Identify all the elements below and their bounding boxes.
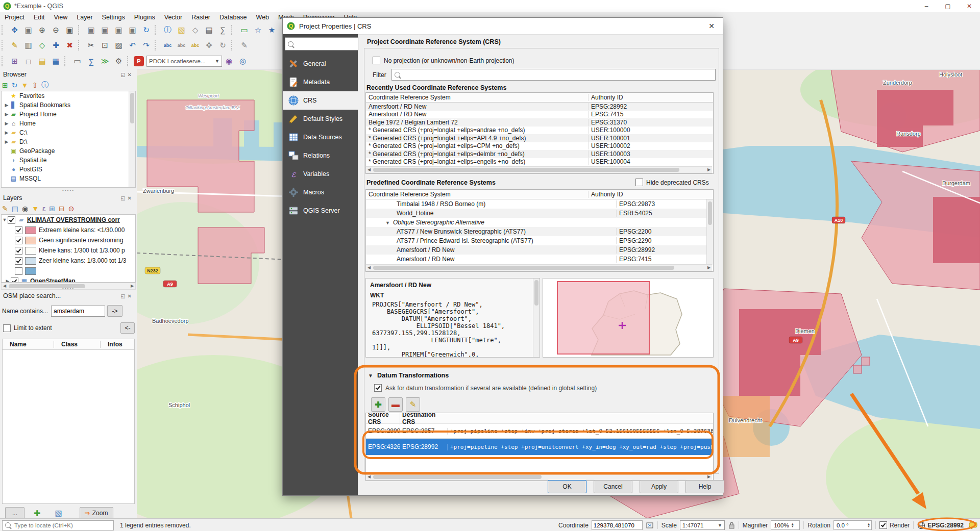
browser-item-d[interactable]: ▶▰D:\	[2, 137, 135, 146]
status-crs-value[interactable]: EPSG:28992	[927, 522, 964, 529]
layer-item-row[interactable]	[2, 266, 135, 276]
browser-item-mssql[interactable]: ▤MSSQL	[2, 174, 135, 183]
save-edits-icon[interactable]: ▥	[22, 39, 35, 52]
transformation-row[interactable]: EPSG:28992EPSG:3857+proj=pipeline +step …	[366, 424, 713, 439]
expand-arrow-icon[interactable]: ▶	[4, 103, 10, 108]
magnifier-spinbox[interactable]: 100% ▲▼	[771, 520, 800, 530]
menu-raster[interactable]: Raster	[187, 14, 215, 21]
browser-item-geopackage[interactable]: ▣GeoPackage	[2, 146, 135, 156]
open-project-icon[interactable]: ▤	[36, 55, 48, 68]
locator-search[interactable]	[2, 520, 114, 530]
zoom-next-icon[interactable]: ▣	[126, 23, 139, 36]
name-contains-input[interactable]	[51, 306, 105, 317]
crs-row[interactable]: Amersfoort / RD NewEPSG:7415	[366, 255, 713, 264]
expand-arrow-icon[interactable]: ▶	[5, 279, 11, 283]
lock-icon[interactable]	[728, 521, 735, 529]
sidebar-search-input[interactable]	[285, 37, 358, 50]
refresh-icon[interactable]: ↻	[12, 81, 18, 89]
sidebar-item-default-styles[interactable]: Default Styles	[283, 110, 358, 128]
cancel-button[interactable]: Cancel	[594, 480, 632, 493]
layer-row-openstreetmap[interactable]: ▶▦OpenStreetMap	[2, 276, 135, 283]
rotate-label-icon[interactable]: ↻	[216, 39, 229, 52]
crs-row[interactable]: ATS77 / Prince Edward Isl. Stereographic…	[366, 236, 713, 245]
menu-database[interactable]: Database	[215, 14, 252, 21]
extents-icon[interactable]	[646, 521, 654, 529]
float-panel-icon[interactable]: ◱	[120, 72, 127, 78]
toolbar-grip[interactable]	[78, 40, 83, 50]
crs-row[interactable]: * Generated CRS (+proj=longlat +ellps=en…	[366, 158, 713, 166]
sidebar-item-metadata[interactable]: Metadata	[283, 73, 358, 91]
column-header-authority[interactable]: Authority ID	[588, 191, 713, 198]
back-button[interactable]: <-	[120, 322, 135, 334]
menu-settings[interactable]: Settings	[97, 14, 130, 21]
layer-visibility-checkbox[interactable]	[15, 237, 22, 244]
layer-styling-icon[interactable]: ✎	[2, 205, 8, 213]
column-header-infos[interactable]: Infos	[101, 341, 135, 348]
browser-item-spatialite[interactable]: ◗SpatiaLite	[2, 156, 135, 165]
paste-features-icon[interactable]: ▨	[112, 39, 125, 52]
zoom-button[interactable]: ⇒Zoom	[80, 507, 113, 519]
apply-button[interactable]: Apply	[640, 480, 678, 493]
toolbar-grip[interactable]	[155, 25, 159, 35]
column-header-class[interactable]: Class	[54, 341, 101, 348]
close-panel-icon[interactable]: ✕	[128, 293, 134, 299]
zoom-last-icon[interactable]: ▣	[112, 23, 125, 36]
toolbar-grip[interactable]	[64, 56, 69, 66]
limit-to-extent-checkbox[interactable]	[3, 324, 11, 332]
locator-input[interactable]	[13, 522, 102, 529]
menu-edit[interactable]: Edit	[29, 14, 50, 21]
field-calculator-icon[interactable]: ∑	[216, 23, 229, 36]
zoom-in-icon[interactable]: ⊕	[36, 23, 48, 36]
browser-scrollbar[interactable]	[129, 91, 135, 187]
collapse-arrow-icon[interactable]: ▼	[2, 217, 8, 222]
menu-web[interactable]: Web	[252, 14, 274, 21]
spin-arrows-icon[interactable]: ▲▼	[791, 523, 794, 528]
toolbar-grip[interactable]	[231, 40, 236, 50]
toggle-editing-icon[interactable]: ✎	[8, 39, 21, 52]
crs-row[interactable]: Belge 1972 / Belgian Lambert 72EPSG:3137…	[366, 118, 713, 127]
add-polygon-feature-icon[interactable]: ◇	[36, 39, 48, 52]
deselect-features-icon[interactable]: ◇	[189, 23, 202, 36]
remove-layer-icon[interactable]: ⊝	[68, 205, 75, 213]
data-source-manager-icon[interactable]: ⊞	[8, 55, 21, 68]
redo-icon[interactable]: ↷	[140, 39, 153, 52]
select-features-icon[interactable]: ▧	[175, 23, 188, 36]
menu-vector[interactable]: Vector	[160, 14, 187, 21]
close-button[interactable]: ✕	[959, 0, 980, 12]
sidebar-item-general[interactable]: General	[283, 55, 358, 73]
vertex-tool-icon[interactable]: ✚	[50, 39, 62, 52]
sidebar-item-crs[interactable]: CRS	[283, 91, 358, 110]
toolbar-grip[interactable]	[231, 25, 236, 35]
rotation-spinbox[interactable]: 0.0 ° ▲▼	[834, 520, 872, 530]
close-panel-icon[interactable]: ✕	[128, 72, 134, 78]
expression-filter-icon[interactable]: ε	[42, 205, 45, 213]
python-console-icon[interactable]: ≫	[99, 55, 111, 68]
pan-icon[interactable]: ✥	[8, 23, 21, 36]
copy-features-icon[interactable]: ⊡	[99, 39, 111, 52]
highlight-labels-icon[interactable]: abc	[189, 39, 202, 52]
open-attribute-table-icon[interactable]: ▤	[203, 23, 215, 36]
remove-transformation-button[interactable]: ▬	[388, 397, 403, 412]
cut-features-icon[interactable]: ✂	[85, 39, 97, 52]
minimize-button[interactable]: –	[916, 0, 937, 12]
crs-row[interactable]: * Generated CRS (+proj=longlat +ellps=de…	[366, 150, 713, 158]
layer-item-row[interactable]: Geen significante overstroming	[2, 235, 135, 245]
new-bookmark-icon[interactable]: ☆	[252, 23, 264, 36]
layer-visibility-checkbox[interactable]	[15, 226, 22, 234]
maximize-button[interactable]: ▢	[937, 0, 959, 12]
predefined-vscrollbar[interactable]	[706, 199, 713, 265]
expand-all-icon[interactable]: ⊞	[49, 205, 55, 213]
float-panel-icon[interactable]: ◱	[120, 293, 127, 299]
collapse-all-icon[interactable]: ⊟	[59, 205, 65, 213]
datum-transformations-table[interactable]: Source CRS Destination CRS EPSG:28992EPS…	[365, 413, 714, 481]
layer-visibility-checkbox[interactable]	[15, 267, 22, 275]
expand-arrow-icon[interactable]: ▶	[4, 130, 10, 135]
new-project-icon[interactable]: □	[22, 55, 35, 68]
pin-labels-icon[interactable]: abc	[175, 39, 188, 52]
collapse-arrow-icon[interactable]: ▼	[385, 220, 390, 225]
edit-transformation-button[interactable]: ✎	[406, 397, 420, 412]
layer-visibility-checkbox[interactable]	[15, 257, 22, 265]
toolbar-grip[interactable]	[127, 56, 132, 66]
browser-item-projecthome[interactable]: ▶▰Project Home	[2, 110, 135, 119]
crs-row[interactable]: * Generated CRS (+proj=longlat +ellps=an…	[366, 127, 713, 135]
